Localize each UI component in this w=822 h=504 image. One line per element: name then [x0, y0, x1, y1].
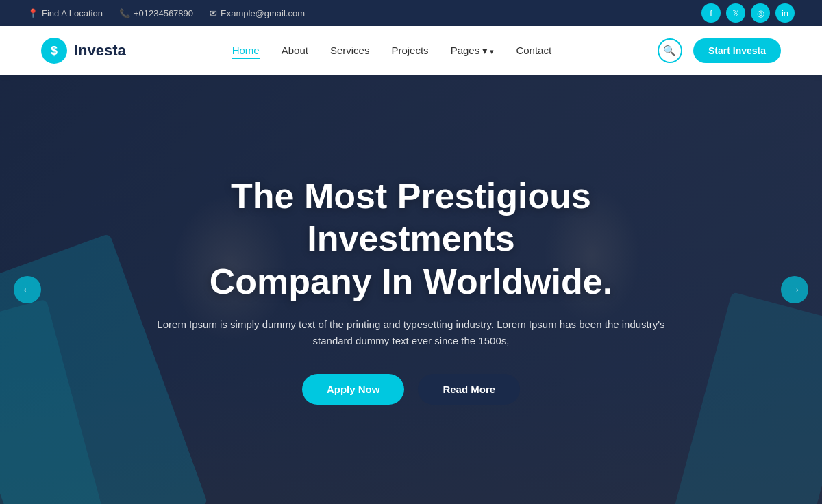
- phone-icon: 📞: [119, 8, 130, 18]
- email-item[interactable]: ✉ Example@gmail.com: [210, 8, 305, 18]
- carousel-next-button[interactable]: →: [781, 276, 808, 303]
- logo-text: Investa: [74, 42, 126, 60]
- apply-now-button[interactable]: Apply Now: [302, 374, 405, 405]
- phone-item[interactable]: 📞 +01234567890: [119, 8, 193, 18]
- logo[interactable]: $ Investa: [41, 38, 126, 64]
- hero-subtitle: Lorem Ipsum is simply dummy text of the …: [154, 316, 668, 349]
- top-bar-contact: 📍 Find A Location 📞 +01234567890 ✉ Examp…: [27, 8, 305, 18]
- hero-buttons: Apply Now Read More: [130, 374, 692, 405]
- start-investa-button[interactable]: Start Investa: [693, 38, 781, 63]
- nav-item-projects[interactable]: Projects: [391, 45, 428, 57]
- nav-links: Home About Services Projects Pages ▾ Con…: [232, 45, 551, 57]
- instagram-icon[interactable]: ◎: [751, 3, 770, 23]
- facebook-icon[interactable]: f: [701, 3, 721, 23]
- carousel-prev-button[interactable]: ←: [14, 276, 41, 303]
- nav-item-pages[interactable]: Pages ▾: [451, 45, 495, 57]
- hero-content: The Most Prestigious Investments Company…: [103, 175, 719, 405]
- nav-item-about[interactable]: About: [282, 45, 308, 57]
- location-text: Find A Location: [42, 8, 103, 18]
- read-more-button[interactable]: Read More: [418, 374, 520, 405]
- search-button[interactable]: 🔍: [658, 38, 682, 63]
- email-text: Example@gmail.com: [221, 8, 305, 18]
- phone-text: +01234567890: [134, 8, 193, 18]
- social-links: f 𝕏 ◎ in: [701, 3, 795, 23]
- nav-item-contact[interactable]: Contact: [516, 45, 551, 57]
- nav-right: 🔍 Start Investa: [658, 38, 781, 63]
- linkedin-icon[interactable]: in: [775, 3, 795, 23]
- nav-item-services[interactable]: Services: [330, 45, 370, 57]
- location-icon: 📍: [27, 8, 38, 18]
- navbar: $ Investa Home About Services Projects P…: [0, 26, 822, 75]
- hero-title: The Most Prestigious Investments Company…: [130, 175, 692, 303]
- location-item: 📍 Find A Location: [27, 8, 103, 18]
- twitter-icon[interactable]: 𝕏: [726, 3, 745, 23]
- hero-section: ← → The Most Prestigious Investments Com…: [0, 75, 822, 504]
- top-bar: 📍 Find A Location 📞 +01234567890 ✉ Examp…: [0, 0, 822, 26]
- email-icon: ✉: [210, 8, 217, 18]
- logo-icon: $: [41, 38, 67, 64]
- nav-item-home[interactable]: Home: [232, 45, 260, 57]
